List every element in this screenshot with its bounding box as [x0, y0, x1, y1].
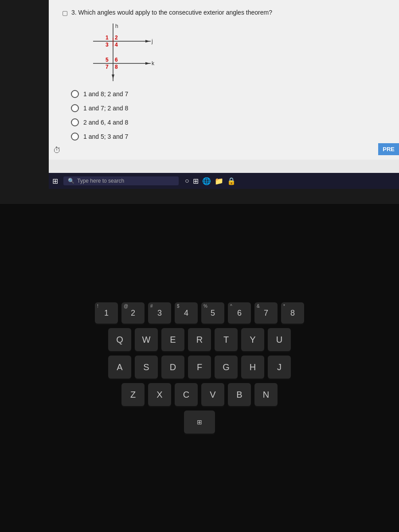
key-t[interactable]: T [215, 328, 238, 351]
left-bezel [0, 0, 49, 204]
taskbar-circle-icon[interactable]: ○ [185, 177, 189, 185]
screen: ▢ 3. Which angles would apply to the con… [49, 0, 399, 186]
search-placeholder: Type here to search [77, 178, 124, 184]
key-s[interactable]: S [135, 356, 158, 379]
key-e[interactable]: E [161, 328, 184, 351]
svg-text:1: 1 [106, 35, 109, 41]
question-text: 3. Which angles would apply to the conse… [71, 9, 272, 16]
key-b[interactable]: B [228, 383, 251, 406]
angle-diagram: h j k 1 2 3 4 [75, 23, 164, 81]
qwerty-row: Q W E R T Y U [108, 328, 291, 351]
key-8[interactable]: *8 [281, 302, 304, 324]
key-w[interactable]: W [135, 328, 158, 351]
key-a[interactable]: A [108, 356, 131, 379]
key-6[interactable]: ^6 [228, 302, 251, 324]
choice-a[interactable]: 1 and 8; 2 and 7 [71, 90, 386, 98]
question-icon: ▢ [62, 9, 68, 16]
question-number: 3. [71, 9, 77, 16]
choice-c[interactable]: 2 and 6, 4 and 8 [71, 118, 386, 126]
key-4[interactable]: $4 [175, 302, 198, 324]
keyboard-area: !1 @2 #3 $4 %5 ^6 &7 *8 Q W E R T Y U A … [0, 204, 399, 532]
choice-b[interactable]: 1 and 7; 2 and 8 [71, 104, 386, 112]
key-d[interactable]: D [161, 356, 184, 379]
svg-marker-2 [112, 74, 114, 79]
key-g[interactable]: G [215, 356, 238, 379]
svg-text:8: 8 [115, 64, 118, 70]
question-body: Which angles would apply to the consecut… [78, 9, 272, 16]
svg-marker-4 [145, 40, 150, 43]
taskbar-edge-icon[interactable]: 🌐 [202, 177, 211, 185]
svg-text:6: 6 [115, 57, 118, 63]
key-3[interactable]: #3 [148, 302, 171, 324]
svg-marker-7 [145, 62, 150, 65]
taskbar-lock-icon[interactable]: 🔒 [227, 177, 236, 185]
svg-text:7: 7 [106, 64, 109, 70]
radio-a[interactable] [71, 90, 79, 98]
key-f[interactable]: F [188, 356, 211, 379]
diagram-svg: h j k 1 2 3 4 [75, 23, 164, 81]
taskbar-folder-icon[interactable]: 📁 [215, 177, 223, 185]
search-bar[interactable]: 🔍 Type here to search [63, 176, 179, 185]
key-n[interactable]: N [254, 383, 278, 406]
key-2[interactable]: @2 [121, 302, 145, 324]
bottom-row: ⊞ [184, 411, 215, 434]
choice-a-text: 1 and 8; 2 and 7 [83, 90, 128, 98]
key-7[interactable]: &7 [254, 302, 278, 324]
key-h[interactable]: H [241, 356, 264, 379]
asdf-row: A S D F G H J [108, 356, 291, 379]
svg-text:j: j [151, 38, 153, 44]
pre-button[interactable]: PRE [378, 143, 399, 155]
choice-d[interactable]: 1 and 5; 3 and 7 [71, 133, 386, 141]
zxcv-row: Z X C V B N [121, 383, 278, 406]
key-x[interactable]: X [148, 383, 171, 406]
svg-text:5: 5 [106, 57, 109, 63]
taskbar-icons: ○ ⊞ 🌐 📁 🔒 [185, 177, 236, 185]
number-row: !1 @2 #3 $4 %5 ^6 &7 *8 [95, 302, 304, 324]
key-j[interactable]: J [268, 356, 291, 379]
start-button[interactable]: ⊞ [52, 177, 58, 185]
radio-c[interactable] [71, 118, 79, 126]
choice-c-text: 2 and 6, 4 and 8 [83, 119, 128, 126]
radio-d[interactable] [71, 133, 79, 141]
question-header: ▢ 3. Which angles would apply to the con… [62, 9, 386, 16]
key-y[interactable]: Y [241, 328, 264, 351]
key-u[interactable]: U [268, 328, 291, 351]
key-z[interactable]: Z [121, 383, 145, 406]
radio-b[interactable] [71, 104, 79, 112]
svg-text:4: 4 [115, 42, 118, 48]
key-1[interactable]: !1 [95, 302, 118, 324]
search-icon: 🔍 [68, 178, 74, 184]
key-r[interactable]: R [188, 328, 211, 351]
svg-text:h: h [115, 23, 118, 29]
svg-text:k: k [152, 60, 155, 66]
taskbar-grid-icon[interactable]: ⊞ [193, 177, 199, 185]
key-v[interactable]: V [201, 383, 224, 406]
key-5[interactable]: %5 [201, 302, 224, 324]
key-c[interactable]: C [175, 383, 198, 406]
choice-b-text: 1 and 7; 2 and 8 [83, 105, 128, 112]
key-q[interactable]: Q [108, 328, 131, 351]
key-windows[interactable]: ⊞ [184, 411, 215, 434]
taskbar: ⊞ 🔍 Type here to search ○ ⊞ 🌐 📁 🔒 [49, 173, 399, 189]
choices-list: 1 and 8; 2 and 7 1 and 7; 2 and 8 2 and … [71, 90, 386, 141]
question-area: ▢ 3. Which angles would apply to the con… [49, 0, 399, 160]
timer-icon: ⏱ [53, 146, 61, 155]
svg-text:2: 2 [115, 35, 118, 41]
choice-d-text: 1 and 5; 3 and 7 [83, 133, 128, 140]
svg-text:3: 3 [106, 42, 109, 48]
